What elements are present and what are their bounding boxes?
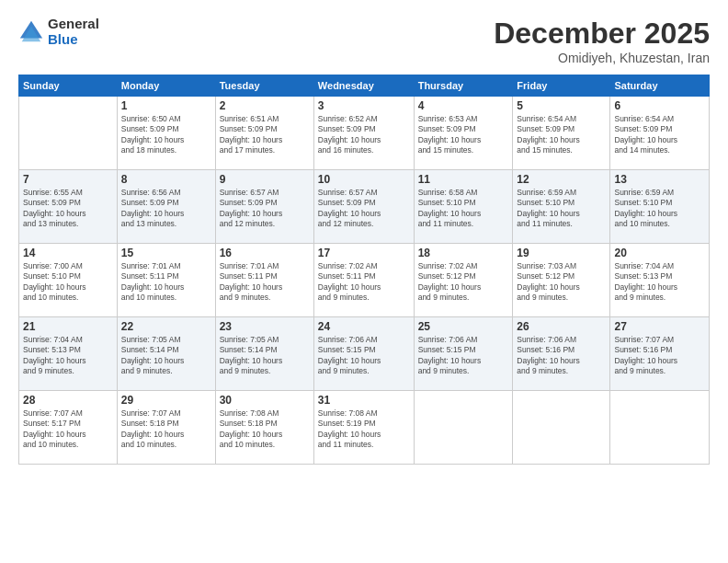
day-number: 11 — [418, 173, 509, 186]
day-info: Sunrise: 7:06 AM Sunset: 5:15 PM Dayligh… — [318, 335, 410, 377]
day-number: 21 — [23, 320, 113, 333]
table-row: 14Sunrise: 7:00 AM Sunset: 5:10 PM Dayli… — [19, 244, 118, 317]
table-row: 23Sunrise: 7:05 AM Sunset: 5:14 PM Dayli… — [215, 317, 313, 391]
day-number: 14 — [23, 247, 113, 259]
day-info: Sunrise: 6:59 AM Sunset: 5:10 PM Dayligh… — [614, 188, 705, 230]
day-info: Sunrise: 6:54 AM Sunset: 5:09 PM Dayligh… — [517, 114, 606, 156]
day-info: Sunrise: 7:07 AM Sunset: 5:16 PM Dayligh… — [614, 335, 705, 377]
day-info: Sunrise: 6:58 AM Sunset: 5:10 PM Dayligh… — [418, 188, 509, 230]
day-number: 24 — [318, 320, 410, 333]
day-number: 9 — [220, 173, 310, 186]
day-info: Sunrise: 7:01 AM Sunset: 5:11 PM Dayligh… — [220, 261, 310, 304]
header-tuesday: Tuesday — [215, 75, 313, 97]
page: General Blue December 2025 Omidiyeh, Khu… — [0, 0, 728, 563]
day-number: 1 — [121, 99, 211, 112]
table-row — [610, 391, 710, 465]
day-number: 8 — [121, 173, 211, 186]
table-row: 3Sunrise: 6:52 AM Sunset: 5:09 PM Daylig… — [313, 97, 414, 170]
day-number: 3 — [318, 99, 410, 112]
logo: General Blue — [18, 17, 99, 47]
day-number: 27 — [614, 320, 705, 333]
day-number: 15 — [121, 247, 211, 259]
table-row: 16Sunrise: 7:01 AM Sunset: 5:11 PM Dayli… — [215, 244, 313, 317]
table-row: 6Sunrise: 6:54 AM Sunset: 5:09 PM Daylig… — [610, 97, 710, 170]
day-number: 20 — [614, 247, 705, 259]
table-row: 30Sunrise: 7:08 AM Sunset: 5:18 PM Dayli… — [215, 391, 313, 465]
header-thursday: Thursday — [414, 75, 513, 97]
table-row: 12Sunrise: 6:59 AM Sunset: 5:10 PM Dayli… — [513, 170, 610, 244]
table-row: 13Sunrise: 6:59 AM Sunset: 5:10 PM Dayli… — [610, 170, 710, 244]
day-number: 10 — [318, 173, 410, 186]
table-row: 27Sunrise: 7:07 AM Sunset: 5:16 PM Dayli… — [610, 317, 710, 391]
table-row: 24Sunrise: 7:06 AM Sunset: 5:15 PM Dayli… — [313, 317, 414, 391]
day-number: 30 — [220, 394, 310, 407]
table-row — [513, 391, 610, 465]
table-row: 11Sunrise: 6:58 AM Sunset: 5:10 PM Dayli… — [414, 170, 513, 244]
day-number: 2 — [220, 99, 310, 112]
header-monday: Monday — [117, 75, 215, 97]
logo-icon — [18, 19, 44, 45]
day-number: 19 — [517, 247, 606, 259]
day-number: 4 — [418, 99, 509, 112]
table-row — [19, 97, 118, 170]
day-number: 22 — [121, 320, 211, 333]
table-row: 21Sunrise: 7:04 AM Sunset: 5:13 PM Dayli… — [19, 317, 118, 391]
header-wednesday: Wednesday — [313, 75, 414, 97]
calendar-table: Sunday Monday Tuesday Wednesday Thursday… — [18, 75, 710, 465]
day-info: Sunrise: 7:06 AM Sunset: 5:15 PM Dayligh… — [418, 335, 509, 377]
day-info: Sunrise: 7:01 AM Sunset: 5:11 PM Dayligh… — [121, 261, 211, 304]
day-info: Sunrise: 6:55 AM Sunset: 5:09 PM Dayligh… — [23, 188, 113, 230]
table-row: 29Sunrise: 7:07 AM Sunset: 5:18 PM Dayli… — [117, 391, 215, 465]
table-row: 10Sunrise: 6:57 AM Sunset: 5:09 PM Dayli… — [313, 170, 414, 244]
table-row: 4Sunrise: 6:53 AM Sunset: 5:09 PM Daylig… — [414, 97, 513, 170]
day-number: 23 — [220, 320, 310, 333]
header-sunday: Sunday — [19, 75, 118, 97]
calendar-week-row: 28Sunrise: 7:07 AM Sunset: 5:17 PM Dayli… — [19, 391, 710, 465]
day-info: Sunrise: 7:05 AM Sunset: 5:14 PM Dayligh… — [220, 335, 310, 377]
day-number: 13 — [614, 173, 705, 186]
day-number: 18 — [418, 247, 509, 259]
day-number: 28 — [23, 394, 113, 407]
day-info: Sunrise: 6:51 AM Sunset: 5:09 PM Dayligh… — [220, 114, 310, 156]
day-info: Sunrise: 6:59 AM Sunset: 5:10 PM Dayligh… — [517, 188, 606, 230]
table-row: 19Sunrise: 7:03 AM Sunset: 5:12 PM Dayli… — [513, 244, 610, 317]
logo-blue-text: Blue — [48, 32, 99, 48]
table-row: 2Sunrise: 6:51 AM Sunset: 5:09 PM Daylig… — [215, 97, 313, 170]
day-info: Sunrise: 7:04 AM Sunset: 5:13 PM Dayligh… — [23, 335, 113, 377]
calendar-week-row: 21Sunrise: 7:04 AM Sunset: 5:13 PM Dayli… — [19, 317, 710, 391]
day-number: 6 — [614, 99, 705, 112]
table-row: 17Sunrise: 7:02 AM Sunset: 5:11 PM Dayli… — [313, 244, 414, 317]
day-info: Sunrise: 7:02 AM Sunset: 5:11 PM Dayligh… — [318, 261, 410, 304]
day-info: Sunrise: 7:00 AM Sunset: 5:10 PM Dayligh… — [23, 261, 113, 304]
title-block: December 2025 Omidiyeh, Khuzestan, Iran — [494, 17, 710, 65]
table-row: 5Sunrise: 6:54 AM Sunset: 5:09 PM Daylig… — [513, 97, 610, 170]
table-row: 18Sunrise: 7:02 AM Sunset: 5:12 PM Dayli… — [414, 244, 513, 317]
table-row: 8Sunrise: 6:56 AM Sunset: 5:09 PM Daylig… — [117, 170, 215, 244]
table-row — [414, 391, 513, 465]
day-info: Sunrise: 7:08 AM Sunset: 5:19 PM Dayligh… — [318, 408, 410, 451]
day-info: Sunrise: 7:06 AM Sunset: 5:16 PM Dayligh… — [517, 335, 606, 377]
day-info: Sunrise: 6:53 AM Sunset: 5:09 PM Dayligh… — [418, 114, 509, 156]
table-row: 25Sunrise: 7:06 AM Sunset: 5:15 PM Dayli… — [414, 317, 513, 391]
table-row: 26Sunrise: 7:06 AM Sunset: 5:16 PM Dayli… — [513, 317, 610, 391]
day-number: 26 — [517, 320, 606, 333]
table-row: 15Sunrise: 7:01 AM Sunset: 5:11 PM Dayli… — [117, 244, 215, 317]
logo-text: General Blue — [48, 17, 99, 47]
table-row: 20Sunrise: 7:04 AM Sunset: 5:13 PM Dayli… — [610, 244, 710, 317]
calendar-week-row: 7Sunrise: 6:55 AM Sunset: 5:09 PM Daylig… — [19, 170, 710, 244]
day-number: 7 — [23, 173, 113, 186]
day-number: 16 — [220, 247, 310, 259]
header-saturday: Saturday — [610, 75, 710, 97]
calendar-week-row: 14Sunrise: 7:00 AM Sunset: 5:10 PM Dayli… — [19, 244, 710, 317]
location-subtitle: Omidiyeh, Khuzestan, Iran — [494, 51, 710, 65]
header-friday: Friday — [513, 75, 610, 97]
table-row: 7Sunrise: 6:55 AM Sunset: 5:09 PM Daylig… — [19, 170, 118, 244]
day-info: Sunrise: 7:04 AM Sunset: 5:13 PM Dayligh… — [614, 261, 705, 304]
day-number: 12 — [517, 173, 606, 186]
table-row: 28Sunrise: 7:07 AM Sunset: 5:17 PM Dayli… — [19, 391, 118, 465]
calendar-header-row: Sunday Monday Tuesday Wednesday Thursday… — [19, 75, 710, 97]
table-row: 1Sunrise: 6:50 AM Sunset: 5:09 PM Daylig… — [117, 97, 215, 170]
day-info: Sunrise: 6:50 AM Sunset: 5:09 PM Dayligh… — [121, 114, 211, 156]
day-info: Sunrise: 7:08 AM Sunset: 5:18 PM Dayligh… — [220, 408, 310, 451]
day-info: Sunrise: 6:57 AM Sunset: 5:09 PM Dayligh… — [318, 188, 410, 230]
